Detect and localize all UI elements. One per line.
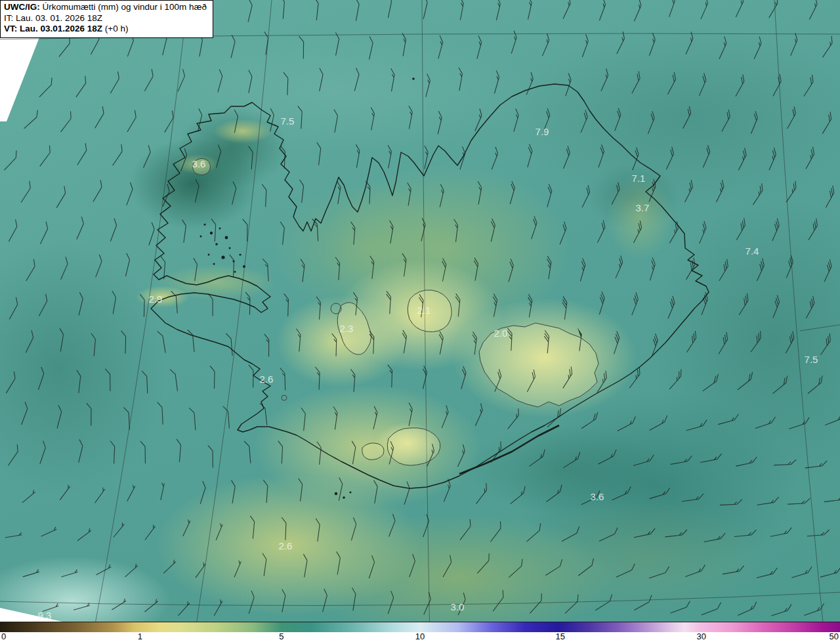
colorbar-ticks: 01510153050 [0, 631, 840, 642]
valid-time: VT: Lau. 03.01.2026 18Z [4, 24, 102, 33]
valid-offset: (+0 h) [102, 24, 128, 33]
contour-label: 2.6 [279, 540, 293, 551]
colorbar-tick-label: 10 [415, 631, 425, 641]
contour-label: 2.3 [340, 323, 354, 334]
colorbar-tick-label: 50 [830, 631, 839, 641]
contour-label: 2.1 [417, 305, 431, 316]
contour-label: 7.5 [805, 354, 818, 365]
contour-label: 3.6 [192, 158, 206, 169]
coastline [151, 84, 709, 488]
corner-mask [0, 0, 66, 622]
glacier-contours [192, 158, 598, 465]
colorbar: 01510153050 [0, 622, 840, 642]
weather-map: 7.53.67.97.13.77.47.52.92.62.32.12.03.62… [0, 0, 840, 622]
model-name: UWC/IG: [4, 2, 40, 12]
title-line-valid: VT: Lau. 03.01.2026 18Z (+0 h) [4, 24, 207, 35]
contour-label: 7.5 [281, 116, 295, 127]
title-line-init: IT: Lau. 03. 01. 2026 18Z [4, 13, 207, 24]
colorbar-tick-label: 5 [279, 631, 284, 641]
contour-label: 3.0 [451, 601, 465, 612]
colorbar-tick-label: 0 [1, 631, 6, 641]
contour-label: 7.9 [536, 126, 549, 137]
contour-label: 7.1 [632, 173, 646, 184]
colorbar-gradient [0, 622, 840, 632]
title-box: UWC/IG: Úrkomumætti (mm) og vindur i 100… [0, 0, 213, 38]
colorbar-tick-label: 1 [138, 631, 142, 641]
contour-label: 2.6 [260, 374, 274, 385]
colorbar-tick-label: 30 [697, 631, 706, 641]
colorbar-tick-label: 15 [556, 631, 565, 641]
islands [200, 77, 415, 499]
contour-label: 7.4 [746, 246, 759, 257]
contour-label: 2.9 [149, 293, 163, 305]
contour-label: 3.6 [591, 491, 604, 502]
contour-label: 2.0 [494, 328, 508, 339]
product-title: Úrkomumætti (mm) og vindur i 100m hæð [40, 2, 207, 12]
contour-label: 9.3 [38, 610, 52, 621]
contour-label: 3.7 [636, 202, 650, 213]
title-line-product: UWC/IG: Úrkomumætti (mm) og vindur i 100… [4, 2, 207, 13]
